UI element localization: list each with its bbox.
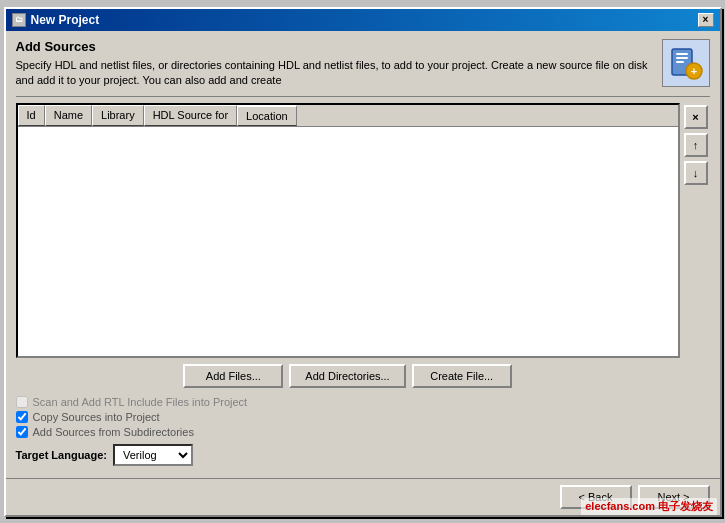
delete-button[interactable]: × [684,105,708,129]
page-title: Add Sources [16,39,654,54]
content-area: Add Sources Specify HDL and netlist file… [6,31,720,474]
target-language-select[interactable]: Verilog VHDL [113,444,193,466]
scan-rtl-label: Scan and Add RTL Include Files into Proj… [33,396,248,408]
watermark: elecfans.com 电子发烧友 [581,498,717,515]
close-button[interactable]: × [698,13,714,27]
title-bar: 🗂 New Project × [6,9,720,31]
copy-sources-row: Copy Sources into Project [16,411,710,423]
add-directories-button[interactable]: Add Directories... [289,364,405,388]
svg-text:+: + [690,65,696,77]
table-section: Id Name Library HDL Source for Location … [16,103,680,387]
svg-rect-1 [676,53,688,55]
svg-rect-3 [676,61,684,63]
header-divider [16,96,710,97]
add-subdirs-checkbox[interactable] [16,426,28,438]
header-description: Specify HDL and netlist files, or direct… [16,58,654,89]
move-up-button[interactable]: ↑ [684,133,708,157]
scan-rtl-checkbox[interactable] [16,396,28,408]
bottom-buttons: Add Files... Add Directories... Create F… [16,364,680,388]
table-header: Id Name Library HDL Source for Location [18,105,678,127]
add-subdirs-row: Add Sources from Subdirectories [16,426,710,438]
side-buttons: × ↑ ↓ [684,103,710,387]
move-down-button[interactable]: ↓ [684,161,708,185]
scan-rtl-row: Scan and Add RTL Include Files into Proj… [16,396,710,408]
header-text-block: Add Sources Specify HDL and netlist file… [16,39,654,89]
col-location[interactable]: Location [237,105,297,126]
copy-sources-label: Copy Sources into Project [33,411,160,423]
target-language-label: Target Language: [16,449,107,461]
header-icon: + [662,39,710,87]
target-language-row: Target Language: Verilog VHDL [16,444,710,466]
add-files-button[interactable]: Add Files... [183,364,283,388]
col-hdl-source[interactable]: HDL Source for [144,105,237,126]
add-subdirs-label: Add Sources from Subdirectories [33,426,194,438]
col-name[interactable]: Name [45,105,92,126]
header-section: Add Sources Specify HDL and netlist file… [16,39,710,89]
col-id[interactable]: Id [18,105,45,126]
main-panel: Id Name Library HDL Source for Location … [16,103,710,387]
copy-sources-checkbox[interactable] [16,411,28,423]
col-library[interactable]: Library [92,105,144,126]
window-title: New Project [31,13,100,27]
create-file-button[interactable]: Create File... [412,364,512,388]
options-section: Scan and Add RTL Include Files into Proj… [16,396,710,466]
table-body [18,127,678,355]
title-bar-left: 🗂 New Project [12,13,100,27]
table-container: Id Name Library HDL Source for Location [16,103,680,357]
window-icon: 🗂 [12,13,26,27]
svg-rect-2 [676,57,688,59]
main-window: 🗂 New Project × Add Sources Specify HDL … [4,7,722,517]
